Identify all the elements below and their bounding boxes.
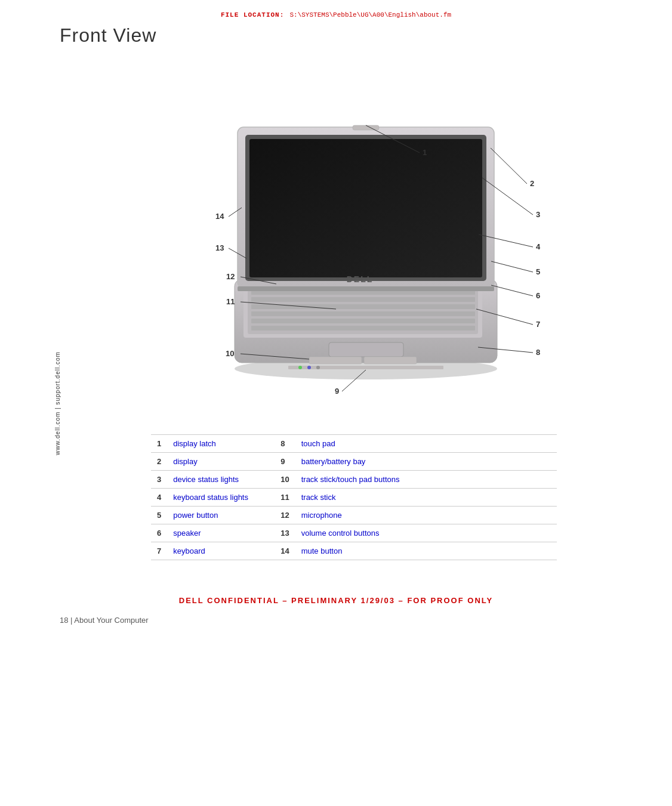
svg-text:5: 5: [536, 267, 540, 276]
svg-rect-19: [249, 139, 482, 277]
part-num-left: 1: [151, 435, 167, 453]
part-name-right: volume control buttons: [295, 524, 557, 542]
parts-table-wrapper: 1 display latch 8 touch pad 2 display 9 …: [151, 434, 557, 560]
part-name-left: keyboard: [167, 542, 275, 560]
svg-text:DELL: DELL: [347, 274, 374, 284]
svg-rect-7: [251, 311, 475, 316]
svg-point-15: [307, 366, 311, 369]
svg-text:4: 4: [536, 242, 541, 251]
laptop-diagram: DELL 1 2 3 4 5 6: [109, 58, 599, 416]
part-num-left: 6: [151, 524, 167, 542]
table-row: 3 device status lights 10 track stick/to…: [151, 471, 557, 489]
part-name-left: device status lights: [167, 471, 275, 489]
part-num-left: 3: [151, 471, 167, 489]
svg-text:6: 6: [536, 291, 540, 300]
page-title: Front View: [60, 24, 648, 47]
svg-rect-5: [251, 297, 475, 302]
side-text: www.dell.com | support.dell.com: [54, 351, 61, 455]
svg-text:8: 8: [536, 348, 540, 357]
svg-text:1: 1: [423, 148, 427, 157]
table-row: 1 display latch 8 touch pad: [151, 435, 557, 453]
svg-rect-10: [329, 342, 403, 357]
svg-text:12: 12: [226, 272, 235, 281]
part-name-right: microphone: [295, 507, 557, 524]
part-name-left: power button: [167, 507, 275, 524]
part-num-left: 4: [151, 489, 167, 507]
part-num-right: 9: [275, 453, 295, 471]
part-name-left: display latch: [167, 435, 275, 453]
part-num-right: 8: [275, 435, 295, 453]
part-num-right: 10: [275, 471, 295, 489]
file-location-path: S:\SYSTEMS\Pebble\UG\A00\English\about.f…: [289, 11, 451, 18]
part-name-left: display: [167, 453, 275, 471]
main-content: Front View: [36, 24, 672, 560]
diagram-container: DELL 1 2 3 4 5 6: [109, 58, 599, 416]
part-name-right: track stick/touch pad buttons: [295, 471, 557, 489]
part-num-left: 5: [151, 507, 167, 524]
svg-text:13: 13: [215, 243, 224, 252]
svg-point-16: [316, 366, 320, 369]
svg-text:2: 2: [530, 179, 534, 188]
part-name-right: track stick: [295, 489, 557, 507]
table-row: 7 keyboard 14 mute button: [151, 542, 557, 560]
page-footer: 18 | About Your Computer: [36, 611, 672, 629]
svg-text:9: 9: [335, 387, 339, 396]
svg-text:14: 14: [215, 212, 224, 221]
svg-point-14: [298, 366, 302, 369]
table-row: 6 speaker 13 volume control buttons: [151, 524, 557, 542]
part-num-left: 2: [151, 453, 167, 471]
svg-text:11: 11: [226, 297, 235, 306]
part-num-right: 14: [275, 542, 295, 560]
confidential-text: DELL CONFIDENTIAL – PRELIMINARY 1/29/03 …: [0, 584, 672, 611]
svg-line-25: [491, 148, 527, 184]
parts-table: 1 display latch 8 touch pad 2 display 9 …: [151, 434, 557, 560]
svg-text:3: 3: [536, 210, 540, 219]
svg-rect-21: [238, 286, 494, 291]
svg-line-31: [491, 261, 533, 272]
svg-rect-9: [251, 326, 475, 331]
part-num-right: 13: [275, 524, 295, 542]
svg-rect-11: [309, 357, 362, 364]
svg-rect-13: [288, 366, 443, 369]
part-name-left: speaker: [167, 524, 275, 542]
part-num-right: 12: [275, 507, 295, 524]
svg-text:10: 10: [226, 349, 234, 358]
part-name-right: touch pad: [295, 435, 557, 453]
svg-rect-22: [353, 125, 379, 130]
svg-rect-12: [364, 357, 417, 364]
part-name-left: keyboard status lights: [167, 489, 275, 507]
svg-rect-8: [251, 319, 475, 323]
part-name-right: mute button: [295, 542, 557, 560]
file-location-label: FILE LOCATION:: [221, 11, 284, 18]
part-num-left: 7: [151, 542, 167, 560]
part-name-right: battery/battery bay: [295, 453, 557, 471]
file-location-bar: FILE LOCATION: S:\SYSTEMS\Pebble\UG\A00\…: [0, 0, 672, 24]
table-row: 2 display 9 battery/battery bay: [151, 453, 557, 471]
table-row: 5 power button 12 microphone: [151, 507, 557, 524]
svg-text:7: 7: [536, 320, 540, 329]
part-num-right: 11: [275, 489, 295, 507]
table-row: 4 keyboard status lights 11 track stick: [151, 489, 557, 507]
